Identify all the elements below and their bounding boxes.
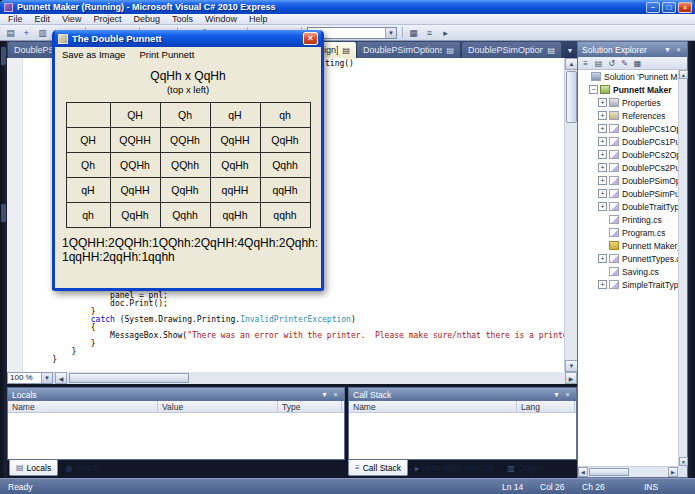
new-project-icon[interactable]: ▤ bbox=[3, 26, 18, 39]
solution-explorer-header[interactable]: Solution Explorer ▼ × bbox=[578, 42, 687, 57]
tree-item-4[interactable]: +DoublePCs1Options.cs bbox=[578, 122, 678, 135]
zoom-selector[interactable]: 100 % ▼ bbox=[7, 372, 53, 384]
scroll-right-icon[interactable]: ▶ bbox=[668, 467, 678, 477]
zoom-dropdown-icon[interactable]: ▼ bbox=[41, 373, 52, 383]
dialog-menu-save-as-image[interactable]: Save as Image bbox=[55, 49, 132, 60]
column-header-name[interactable]: Name bbox=[349, 401, 517, 412]
expand-icon[interactable]: + bbox=[598, 189, 607, 198]
column-header-lang[interactable]: Lang bbox=[517, 401, 575, 412]
close-panel-icon[interactable]: × bbox=[330, 391, 341, 398]
locals-body[interactable] bbox=[8, 413, 344, 459]
scroll-down-icon[interactable]: ▼ bbox=[679, 457, 688, 466]
tree-item-8[interactable]: +DoublePSimOptions.cs bbox=[578, 174, 678, 187]
close-panel-icon[interactable]: × bbox=[673, 46, 684, 53]
expand-icon[interactable]: + bbox=[598, 254, 607, 263]
scroll-up-icon[interactable]: ▲ bbox=[565, 58, 577, 70]
maximize-button[interactable]: □ bbox=[662, 2, 676, 13]
panel-tab-locals[interactable]: ▤Locals bbox=[9, 460, 58, 476]
scrollbar-thumb[interactable] bbox=[589, 468, 629, 476]
tree-item-14[interactable]: +PunnettTypes.cs bbox=[578, 252, 678, 265]
expand-icon[interactable]: + bbox=[598, 111, 607, 120]
editor-horizontal-scrollbar[interactable]: ◀ ▶ bbox=[55, 372, 577, 384]
window-position-icon[interactable]: ▼ bbox=[319, 391, 330, 398]
tree-item-12[interactable]: Program.cs bbox=[578, 226, 678, 239]
tab-overflow-icon[interactable]: ▼ bbox=[563, 42, 577, 58]
solution-explorer-icon[interactable]: ▦ bbox=[406, 26, 421, 39]
window-position-icon[interactable]: ▼ bbox=[662, 46, 673, 53]
scroll-down-icon[interactable]: ▼ bbox=[565, 360, 577, 372]
open-file-icon[interactable]: ▥ bbox=[35, 26, 50, 39]
menu-help[interactable]: Help bbox=[243, 14, 274, 25]
show-all-files-icon[interactable]: ▤ bbox=[593, 58, 604, 69]
expand-icon[interactable]: + bbox=[598, 202, 607, 211]
expand-icon[interactable]: + bbox=[598, 163, 607, 172]
tree-item-16[interactable]: +SimpleTraitTypes.cs bbox=[578, 278, 678, 291]
document-tab-4[interactable]: DoublePSimOptions.cs [Design]▤ bbox=[462, 42, 562, 58]
add-item-icon[interactable]: + bbox=[19, 26, 34, 39]
scroll-right-icon[interactable]: ▶ bbox=[565, 372, 577, 384]
tree-vertical-scrollbar[interactable]: ▲ ▼ bbox=[678, 70, 687, 466]
tree-item-5[interactable]: +DoublePCs1Punnett.cs bbox=[578, 135, 678, 148]
tree-horizontal-scrollbar[interactable]: ◀ ▶ bbox=[578, 466, 678, 477]
menu-project[interactable]: Project bbox=[87, 14, 127, 25]
callstack-panel-header[interactable]: Call Stack ▼ × bbox=[349, 388, 576, 401]
tree-item-13[interactable]: Punnett Maker_TemporaryKey.pfx bbox=[578, 239, 678, 252]
refresh-icon[interactable]: ↺ bbox=[606, 58, 617, 69]
properties-icon[interactable]: ≡ bbox=[580, 58, 591, 69]
column-header-value[interactable]: Value bbox=[158, 401, 278, 412]
object-browser-icon[interactable]: ▸ bbox=[438, 26, 453, 39]
close-button[interactable]: × bbox=[678, 2, 692, 13]
menu-debug[interactable]: Debug bbox=[127, 14, 166, 25]
expand-icon[interactable]: + bbox=[598, 176, 607, 185]
menu-view[interactable]: View bbox=[56, 14, 87, 25]
document-tab-3[interactable]: DoublePSimOptions.cs▤ bbox=[357, 42, 461, 58]
scroll-left-icon[interactable]: ◀ bbox=[578, 467, 588, 477]
menu-file[interactable]: File bbox=[2, 14, 29, 25]
expand-icon[interactable]: + bbox=[598, 124, 607, 133]
tree-item-2[interactable]: +Properties bbox=[578, 96, 678, 109]
window-titlebar[interactable]: Punnett Maker (Running) - Microsoft Visu… bbox=[0, 0, 695, 14]
tree-item-1[interactable]: −Punnett Maker bbox=[578, 83, 678, 96]
window-position-icon[interactable]: ▼ bbox=[551, 391, 562, 398]
tree-item-11[interactable]: Printing.cs bbox=[578, 213, 678, 226]
tree-item-3[interactable]: +References bbox=[578, 109, 678, 122]
dialog-titlebar[interactable]: The Double Punnett × bbox=[55, 30, 321, 47]
tree-item-7[interactable]: +DoublePCs2Punnett.cs bbox=[578, 161, 678, 174]
expand-icon[interactable]: + bbox=[598, 137, 607, 146]
tree-item-10[interactable]: +DoubleTraitTypes.cs bbox=[578, 200, 678, 213]
minimize-button[interactable]: − bbox=[646, 2, 660, 13]
tree-item-9[interactable]: +DoublePSimPunnett.cs bbox=[578, 187, 678, 200]
scrollbar-thumb[interactable] bbox=[566, 71, 577, 123]
menu-tools[interactable]: Tools bbox=[166, 14, 199, 25]
tree-item-15[interactable]: Saving.cs bbox=[578, 265, 678, 278]
column-header-type[interactable]: Type bbox=[278, 401, 342, 412]
panel-tab-immediate-window[interactable]: ▸Immediate Window bbox=[409, 460, 500, 476]
scroll-up-icon[interactable]: ▲ bbox=[679, 70, 688, 79]
combo-dropdown-icon[interactable]: ▼ bbox=[385, 28, 396, 38]
expand-icon[interactable]: + bbox=[598, 98, 607, 107]
locals-panel-header[interactable]: Locals ▼ × bbox=[8, 388, 344, 401]
properties-window-icon[interactable]: ≡ bbox=[422, 26, 437, 39]
autohide-tab[interactable] bbox=[1, 204, 6, 222]
menu-window[interactable]: Window bbox=[199, 14, 243, 25]
editor-vertical-scrollbar[interactable]: ▲ ▼ bbox=[564, 58, 577, 372]
dialog-close-button[interactable]: × bbox=[303, 32, 318, 45]
expand-icon[interactable]: + bbox=[598, 280, 607, 289]
scroll-left-icon[interactable]: ◀ bbox=[55, 372, 67, 384]
view-code-icon[interactable]: ✎ bbox=[619, 58, 630, 69]
collapse-icon[interactable]: − bbox=[589, 85, 598, 94]
tree-item-0[interactable]: Solution 'Punnett Maker' (1 project) bbox=[578, 70, 678, 83]
autohide-tab[interactable] bbox=[1, 47, 6, 65]
panel-tab-output[interactable]: ▥Output bbox=[501, 460, 549, 476]
expand-icon[interactable]: + bbox=[598, 150, 607, 159]
panel-tab-call-stack[interactable]: ≡Call Stack bbox=[348, 460, 408, 476]
breakpoint-gutter[interactable] bbox=[7, 58, 23, 372]
callstack-body[interactable] bbox=[349, 413, 576, 459]
dialog-menu-print-punnett[interactable]: Print Punnett bbox=[132, 49, 201, 60]
menu-edit[interactable]: Edit bbox=[29, 14, 57, 25]
close-panel-icon[interactable]: × bbox=[562, 391, 573, 398]
view-designer-icon[interactable]: ▦ bbox=[632, 58, 643, 69]
scrollbar-thumb[interactable] bbox=[69, 373, 189, 383]
tree-item-6[interactable]: +DoublePCs2Options.cs bbox=[578, 148, 678, 161]
column-header-name[interactable]: Name bbox=[8, 401, 158, 412]
